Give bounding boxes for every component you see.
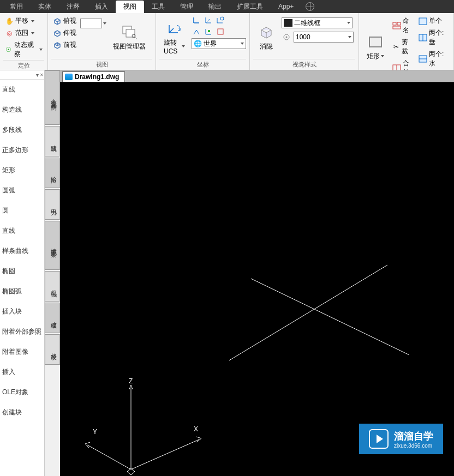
dist-icon (282, 32, 291, 42)
file-tab-bar: Drawing1.dwg (60, 70, 454, 82)
tool-xline[interactable]: 构造线 (0, 100, 44, 120)
side-tab-arch[interactable]: 建筑 (45, 126, 60, 156)
clip-vport-button[interactable]: ✂剪裁 (391, 37, 415, 57)
globe-icon[interactable] (306, 2, 314, 11)
svg-line-19 (229, 265, 387, 360)
menu-solid[interactable]: 实体 (31, 1, 59, 13)
tool-pline[interactable]: 多段线 (0, 120, 44, 140)
target-icon: ◎ (5, 29, 14, 38)
dwg-icon (65, 74, 73, 80)
svg-rect-8 (393, 22, 396, 25)
panel-nav-label: 定位 (3, 60, 44, 70)
tool-insert-block[interactable]: 插入块 (0, 302, 44, 322)
tool-ellipse-arc[interactable]: 椭圆弧 (0, 281, 44, 302)
side-tab-hatch[interactable]: 填充图案 (45, 221, 60, 270)
top-view-button[interactable]: 俯视 (51, 15, 78, 27)
two-v-icon (419, 33, 427, 42)
svg-rect-10 (393, 26, 401, 29)
ucs-tool-6[interactable] (216, 27, 225, 37)
side-tab-elec[interactable]: 电力 (45, 189, 60, 220)
svg-rect-0 (123, 26, 132, 34)
svg-text:X: X (194, 425, 198, 433)
tool-arc[interactable]: 圆弧 (0, 180, 44, 201)
svg-rect-9 (397, 22, 401, 25)
visual-style-select[interactable]: 二维线框 (282, 17, 353, 28)
watermark-logo-icon (369, 429, 389, 449)
ucs-tool-4[interactable] (192, 27, 201, 37)
tool-polygon[interactable]: 正多边形 (0, 140, 44, 160)
ucs-axes (85, 385, 201, 475)
name-vport-button[interactable]: 命名 (391, 15, 415, 36)
ucs-tool-3[interactable] (216, 15, 225, 25)
tool-ole[interactable]: OLE对象 (0, 382, 44, 402)
file-tab[interactable]: Drawing1.dwg (62, 71, 125, 82)
hide-button[interactable]: 消隐 (253, 15, 279, 59)
bottom-view-button[interactable]: 仰视 (51, 27, 78, 39)
side-tab-model[interactable]: 建模 (45, 303, 60, 333)
menu-tools[interactable]: 工具 (144, 1, 172, 13)
menu-insert[interactable]: 插入 (87, 1, 116, 13)
drawing-viewport[interactable]: Z Y X 溜溜自学zixue.3d66.com (60, 82, 454, 476)
cube-front-icon (53, 41, 62, 50)
menu-output[interactable]: 输出 (201, 1, 229, 13)
ucs-tool-5[interactable] (204, 27, 213, 37)
rotate-ucs-button[interactable]: 旋转UCS (159, 15, 189, 59)
svg-line-18 (251, 279, 409, 355)
tool-spline[interactable]: 样条曲线 (0, 241, 44, 261)
zoom-extents-button[interactable]: ◎范围 (3, 27, 44, 39)
panel-view-label: 视图 (51, 59, 152, 69)
svg-line-21 (87, 445, 131, 469)
tool-line[interactable]: 直线 (0, 80, 44, 100)
world-select[interactable]: 🌐 世界 (192, 38, 246, 49)
menu-manage[interactable]: 管理 (172, 1, 201, 13)
two-v-vport-button[interactable]: 两个: 垂 (417, 27, 450, 48)
side-tabs: 命令工具样例 建筑 给图 电力 填充图案 机械 建模 修改 (45, 70, 60, 476)
tool-xref[interactable]: 附着外部参照 (0, 322, 44, 342)
single-vport-button[interactable]: 单个 (417, 15, 450, 27)
menu-ext[interactable]: 扩展工具 (229, 1, 271, 13)
side-tab-cmd[interactable]: 命令工具样例 (45, 70, 60, 125)
hand-icon: ✋ (5, 17, 14, 26)
menu-view[interactable]: 视图 (116, 1, 144, 13)
name-icon (392, 21, 401, 30)
clip-icon: ✂ (392, 43, 400, 51)
svg-rect-5 (218, 29, 223, 34)
view-mgr-icon (121, 23, 138, 41)
orbit-button[interactable]: ☉动态观察 (3, 39, 44, 60)
side-tab-modify[interactable]: 修改 (45, 334, 60, 365)
panel-coord-label: 坐标 (159, 59, 246, 69)
tool-rect[interactable]: 矩形 (0, 160, 44, 180)
tool-block[interactable]: 创建块 (0, 402, 44, 423)
svg-line-22 (131, 439, 199, 469)
view-manager-button[interactable]: 视图管理器 (109, 15, 150, 59)
left-tool-panel: ▾× 直线 构造线 多段线 正多边形 矩形 圆弧 圆 直线 样条曲线 椭圆 椭圆… (0, 70, 45, 476)
svg-point-7 (286, 37, 288, 38)
menu-app[interactable]: App+ (271, 1, 301, 12)
pan-button[interactable]: ✋平移 (3, 15, 44, 27)
side-tab-mech[interactable]: 机械 (45, 271, 60, 302)
ucs-tool-1[interactable] (192, 15, 201, 25)
front-view-button[interactable]: 前视 (51, 39, 78, 51)
single-icon (419, 17, 427, 26)
drawing-content: Z Y X (60, 82, 454, 476)
distance-input[interactable] (296, 33, 347, 41)
panel-close-icon[interactable]: × (40, 72, 43, 78)
tool-line2[interactable]: 直线 (0, 221, 44, 241)
two-h-vport-button[interactable]: 两个: 水 (417, 49, 450, 69)
menu-common[interactable]: 常用 (2, 1, 31, 13)
ucs-tool-2[interactable] (204, 15, 213, 25)
tool-insert[interactable]: 插入 (0, 362, 44, 382)
style-swatch-icon (284, 19, 292, 27)
tool-ellipse[interactable]: 椭圆 (0, 261, 44, 281)
tool-image[interactable]: 附着图像 (0, 342, 44, 362)
cube-bottom-icon (53, 29, 62, 38)
tool-circle[interactable]: 圆 (0, 201, 44, 221)
rect-vport-button[interactable]: 矩形 (362, 15, 389, 79)
panel-min-icon[interactable]: ▾ (36, 72, 39, 78)
menu-bar: 常用 实体 注释 插入 视图 工具 管理 输出 扩展工具 App+ (0, 0, 454, 13)
world-icon: 🌐 (194, 40, 202, 47)
two-h-icon (419, 55, 427, 63)
side-tab-draw[interactable]: 给图 (45, 158, 60, 188)
menu-annotate[interactable]: 注释 (59, 1, 87, 13)
rect-icon (367, 33, 384, 51)
